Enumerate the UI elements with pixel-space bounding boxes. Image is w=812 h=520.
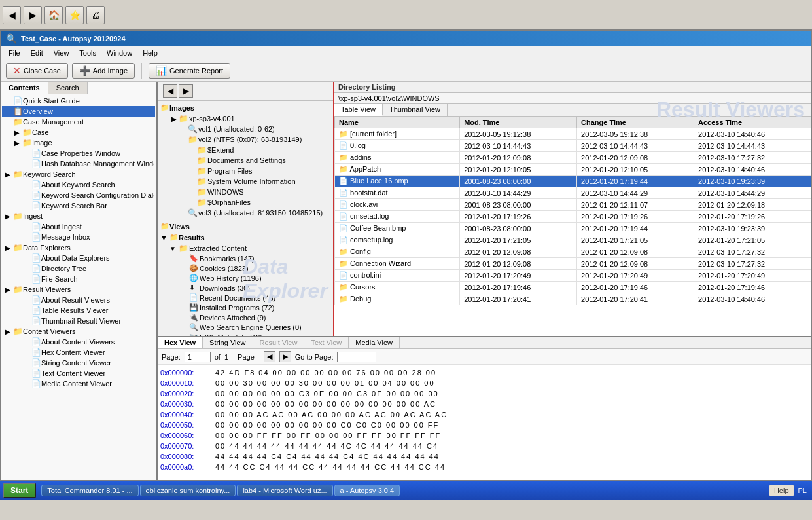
- bookmark-button[interactable]: ⭐: [65, 6, 84, 24]
- tree-item-content-viewers[interactable]: ▶📁Content Viewers: [2, 326, 155, 337]
- tree-item-msg-inbox[interactable]: 📄Message Inbox: [2, 232, 155, 242]
- extracted-content-item[interactable]: 📷EXIF Metadata (12): [159, 332, 332, 336]
- menu-view[interactable]: View: [48, 48, 75, 58]
- menu-window[interactable]: Window: [101, 48, 137, 58]
- tree-item-kw-bar[interactable]: 📄Keyword Search Bar: [2, 200, 155, 211]
- add-image-button[interactable]: ➕ Add Image: [72, 63, 135, 79]
- extracted-content-item[interactable]: 🔍Web Search Engine Queries (0): [159, 322, 332, 332]
- file-table-header[interactable]: Change Time: [577, 117, 694, 128]
- menu-help[interactable]: Help: [137, 48, 163, 58]
- table-row[interactable]: 📄 0.log2012-03-10 14:44:432012-03-10 14:…: [335, 140, 811, 152]
- tree-item-about-ingest[interactable]: 📄About Ingest: [2, 221, 155, 232]
- prev-page-button[interactable]: ◀: [264, 351, 275, 362]
- back-button[interactable]: ◀: [3, 6, 21, 24]
- table-row[interactable]: 📄 bootstat.dat2012-03-10 14:44:292012-03…: [335, 187, 811, 199]
- tree-item-about-de[interactable]: 📄About Data Explorers: [2, 253, 155, 263]
- tree-item-dir-tree[interactable]: 📄Directory Tree: [2, 263, 155, 274]
- table-row[interactable]: 📁 Config2012-01-20 12:09:082012-01-20 12…: [335, 246, 811, 258]
- tree-item-case-mgmt[interactable]: 📁Case Management: [2, 117, 155, 127]
- table-row[interactable]: 📄 control.ini2012-01-20 17:20:492012-01-…: [335, 270, 811, 282]
- tab-contents[interactable]: Contents: [1, 82, 48, 94]
- file-table-header[interactable]: Access Time: [694, 117, 811, 128]
- tree-item-about-rv[interactable]: 📄About Result Viewers: [2, 295, 155, 305]
- tree-item-hex-cv[interactable]: 📄Hex Content Viewer: [2, 347, 155, 358]
- extracted-content-item[interactable]: 🍪Cookies (1823): [159, 263, 332, 273]
- page-input[interactable]: [185, 352, 211, 362]
- dir-forward-button[interactable]: ▶: [179, 84, 193, 98]
- tab-string-view[interactable]: String View: [203, 337, 253, 348]
- menu-edit[interactable]: Edit: [26, 48, 48, 58]
- start-button[interactable]: Start: [3, 483, 36, 498]
- tree-item-hash-db[interactable]: 📄Hash Database Management Window: [2, 158, 155, 169]
- tree-item-data-explorers[interactable]: ▶📁Data Explorers: [2, 242, 155, 253]
- menu-file[interactable]: File: [3, 48, 26, 58]
- dir-tree-node[interactable]: 🔍vol1 (Unallocated: 0-62): [159, 124, 332, 134]
- extracted-content-item[interactable]: 🔌Devices Attached (9): [159, 312, 332, 322]
- taskbar-item[interactable]: lab4 - Microsoft Word uż...: [237, 485, 332, 496]
- extracted-content-header[interactable]: ▼📁Extracted Content: [159, 243, 332, 253]
- table-row[interactable]: 📁 Debug2012-01-20 17:20:412012-01-20 17:…: [335, 293, 811, 305]
- table-row[interactable]: 📄 clock.avi2001-08-23 08:00:002012-01-20…: [335, 199, 811, 211]
- tab-search[interactable]: Search: [48, 82, 88, 94]
- ec-expand-icon[interactable]: ▼: [169, 245, 179, 252]
- help-label[interactable]: Help: [769, 485, 794, 496]
- forward-button[interactable]: ▶: [24, 6, 42, 24]
- dir-tree-node[interactable]: 📁WINDOWS: [159, 187, 332, 197]
- tree-item-file-search[interactable]: 📄File Search: [2, 274, 155, 284]
- table-row[interactable]: 📁 [current folder]2012-03-05 19:12:38201…: [335, 128, 811, 140]
- tree-item-about-cv[interactable]: 📄About Content Viewers: [2, 337, 155, 347]
- section-expand-icon[interactable]: ▼: [160, 234, 169, 242]
- next-page-button[interactable]: ▶: [279, 351, 291, 362]
- dir-tree-node[interactable]: 📁Documents and Settings: [159, 155, 332, 166]
- tree-expand-icon[interactable]: ▶: [12, 129, 22, 136]
- extracted-content-item[interactable]: 📄Recent Documents (48): [159, 293, 332, 303]
- dir-tree-node[interactable]: 📁$OrphanFiles: [159, 197, 332, 208]
- tree-expand-icon[interactable]: ▶: [3, 213, 12, 220]
- dir-tree-node[interactable]: 🔍vol3 (Unallocated: 8193150-10485215): [159, 208, 332, 218]
- goto-input[interactable]: [337, 352, 376, 362]
- tree-expand-icon[interactable]: ▶: [12, 139, 22, 147]
- tab-hex-view[interactable]: Hex View: [158, 337, 203, 348]
- menu-tools[interactable]: Tools: [74, 48, 101, 58]
- tab-media-view[interactable]: Media View: [349, 337, 400, 348]
- tree-item-kw-config[interactable]: 📄Keyword Search Configuration Dialog: [2, 190, 155, 200]
- tree-expand-icon[interactable]: ▶: [3, 328, 12, 335]
- tree-item-keyword-search[interactable]: ▶📁Keyword Search: [2, 169, 155, 179]
- dir-tree-node[interactable]: 📁vol2 (NTFS (0x07): 63-8193149): [159, 134, 332, 145]
- dir-tree-node[interactable]: 📁Program Files: [159, 166, 332, 176]
- table-row[interactable]: 📁 AppPatch2012-01-20 12:10:052012-01-20 …: [335, 164, 811, 176]
- tree-item-about-kw[interactable]: 📄About Keyword Search: [2, 179, 155, 190]
- tree-item-overview[interactable]: 📋Overview: [2, 106, 155, 117]
- tree-item-result-viewers[interactable]: ▶📁Result Viewers: [2, 284, 155, 295]
- expand-icon[interactable]: ▶: [169, 115, 179, 122]
- home-button[interactable]: 🏠: [44, 6, 63, 24]
- taskbar-item[interactable]: a - Autopsy 3.0.4: [334, 485, 400, 496]
- tree-item-table-rv[interactable]: 📄Table Results Viewer: [2, 305, 155, 316]
- tab-thumbnail-view[interactable]: Thumbnail View: [383, 104, 448, 116]
- print-button[interactable]: 🖨: [86, 6, 105, 24]
- tree-item-ingest[interactable]: ▶📁Ingest: [2, 211, 155, 221]
- tree-item-case[interactable]: ▶📁Case: [2, 127, 155, 138]
- tab-text-view[interactable]: Text View: [304, 337, 349, 348]
- table-row[interactable]: 📁 Cursors2012-01-20 17:19:462012-01-20 1…: [335, 282, 811, 293]
- extracted-content-item[interactable]: 🌐Web History (1196): [159, 273, 332, 283]
- tree-expand-icon[interactable]: ▶: [3, 244, 12, 251]
- extracted-content-item[interactable]: 🔖Bookmarks (147): [159, 253, 332, 263]
- tree-item-image[interactable]: ▶📁Image: [2, 138, 155, 148]
- table-row[interactable]: 📁 addins2012-01-20 12:09:082012-01-20 12…: [335, 152, 811, 164]
- generate-report-button[interactable]: 📊 Generate Report: [149, 63, 230, 79]
- dir-tree-node[interactable]: 📁$Extend: [159, 145, 332, 155]
- extracted-content-item[interactable]: 💾Installed Programs (72): [159, 303, 332, 312]
- table-row[interactable]: 📄 comsetup.log2012-01-20 17:21:052012-01…: [335, 234, 811, 246]
- tree-item-thumbnail-rv[interactable]: 📄Thumbnail Result Viewer: [2, 316, 155, 326]
- tree-item-case-props[interactable]: 📄Case Properties Window: [2, 148, 155, 158]
- file-table-header[interactable]: Mod. Time: [460, 117, 577, 128]
- tree-expand-icon[interactable]: ▶: [3, 286, 12, 293]
- tab-result-view[interactable]: Result View: [253, 337, 305, 348]
- dir-back-button[interactable]: ◀: [163, 84, 177, 98]
- table-row[interactable]: 📄 Blue Lace 16.bmp2001-08-23 08:00:00201…: [335, 176, 811, 187]
- tree-item-string-cv[interactable]: 📄String Content Viewer: [2, 358, 155, 368]
- table-row[interactable]: 📄 Coffee Bean.bmp2001-08-23 08:00:002012…: [335, 223, 811, 234]
- file-table-header[interactable]: Name: [335, 117, 460, 128]
- tree-item-text-cv[interactable]: 📄Text Content Viewer: [2, 368, 155, 379]
